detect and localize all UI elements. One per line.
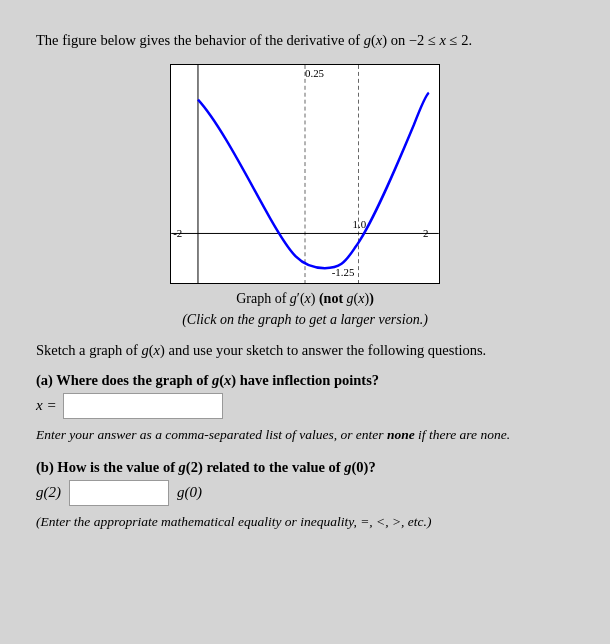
g2-label: g(2)	[36, 484, 61, 501]
sketch-instruction: Sketch a graph of g(x) and use your sket…	[36, 340, 574, 362]
graph-box[interactable]: 0.25 -2 1.0 2 -1.25	[170, 64, 440, 284]
x-equals-label: x =	[36, 397, 57, 414]
comparison-input[interactable]	[69, 480, 169, 506]
question-a-label: (a) Where does the graph of g(x) have in…	[36, 372, 574, 389]
caption-line1: Graph of g′(x) (not g(x))	[236, 291, 374, 306]
question-a: (a) Where does the graph of g(x) have in…	[36, 372, 574, 445]
question-b-label: (b) How is the value of g(2) related to …	[36, 459, 574, 476]
graph-container[interactable]: 0.25 -2 1.0 2 -1.25 Graph of g′(x) (not …	[36, 64, 574, 330]
intro-text: The figure below gives the behavior of t…	[36, 30, 574, 52]
note-b: (Enter the appropriate mathematical equa…	[36, 512, 574, 532]
svg-rect-0	[171, 65, 439, 283]
note-a: Enter your answer as a comma-separated l…	[36, 425, 574, 445]
compare-row: g(2) g(0)	[36, 480, 574, 506]
caption-line2: (Click on the graph to get a larger vers…	[182, 312, 428, 327]
x-answer-input[interactable]	[63, 393, 223, 419]
graph-svg: 0.25 -2 1.0 2 -1.25	[171, 65, 439, 283]
question-b: (b) How is the value of g(2) related to …	[36, 459, 574, 532]
answer-a-row: x =	[36, 393, 574, 419]
svg-text:2: 2	[423, 227, 428, 239]
svg-text:0.25: 0.25	[305, 67, 325, 79]
g0-label: g(0)	[177, 484, 202, 501]
graph-caption: Graph of g′(x) (not g(x)) (Click on the …	[182, 288, 428, 330]
main-content: The figure below gives the behavior of t…	[20, 20, 590, 542]
svg-text:1.0: 1.0	[353, 217, 367, 229]
svg-text:-2: -2	[173, 227, 182, 239]
